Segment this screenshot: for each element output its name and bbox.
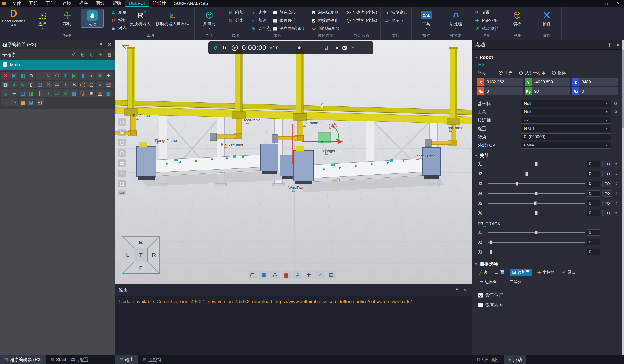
joint-slider-handle[interactable] — [534, 201, 537, 205]
right-panel-scrollbar[interactable] — [622, 40, 624, 355]
measure-button[interactable]: ∠测量 — [111, 9, 127, 16]
editor-tool-icon[interactable]: ✚ — [104, 72, 113, 80]
joint-slider-handle[interactable] — [535, 192, 538, 195]
window-button[interactable]: □ — [600, 0, 612, 7]
add-document-icon[interactable] — [89, 51, 95, 58]
close-icon[interactable] — [106, 41, 113, 48]
settings-button[interactable]: 设置 — [474, 9, 499, 16]
move-world-frame-button[interactable]: 移动机器人世界框 — [154, 9, 191, 27]
menu-item[interactable]: 连通性 — [149, 0, 170, 7]
joint-value[interactable]: 0 — [587, 181, 600, 187]
joint-slider[interactable] — [488, 181, 585, 186]
plugins-button[interactable]: 插件 — [535, 9, 558, 27]
viewport-tool-icon[interactable]: ▢ — [248, 271, 257, 279]
section-robot[interactable]: ▼Robot — [472, 54, 622, 61]
snap-mode-button[interactable]: ▱面 — [493, 269, 506, 276]
attach-button[interactable]: ⊕附加 — [228, 9, 244, 16]
joint-slider-handle[interactable] — [535, 211, 538, 215]
snap-button[interactable]: ∪捕捉 — [111, 17, 127, 24]
editor-tool-icon[interactable]: ⊕ — [27, 72, 35, 80]
editor-tool-icon[interactable]: ✖ — [1, 72, 10, 80]
snap-mode-button[interactable]: ✚坐标框 — [535, 269, 556, 276]
frame-label[interactable]: FlangeFrame — [323, 149, 345, 153]
viewport-tool-icon[interactable]: ⁂ — [270, 271, 280, 279]
mid-positioner[interactable] — [280, 155, 294, 179]
view-cube-face-back[interactable]: B — [139, 239, 143, 246]
joint-spinner[interactable]: ▲▼ — [614, 162, 618, 166]
coord-mode-radio[interactable]: 物体 — [552, 70, 566, 76]
editor-tool-icon[interactable]: ↪ — [10, 90, 18, 97]
template-button[interactable]: 模板 — [506, 9, 528, 27]
joint-value[interactable]: 0 — [587, 171, 600, 177]
joint-to-button[interactable]: TO — [602, 171, 612, 177]
editor-tool-icon[interactable]: ▮ — [79, 72, 87, 80]
property-dropdown[interactable]: Null ▼ — [521, 100, 611, 107]
editor-tool-icon[interactable]: ≡ — [87, 90, 95, 97]
editor-tool-icon[interactable]: ▤ — [104, 81, 113, 89]
viewport-tool-icon[interactable]: ◰ — [118, 118, 126, 126]
frame-label[interactable]: FlangeFrame — [221, 142, 243, 146]
pin-icon[interactable] — [98, 41, 104, 48]
tool-calibration-button[interactable]: CAL 工具▾ — [415, 9, 438, 30]
chevron-down-icon[interactable] — [351, 46, 355, 50]
menu-item[interactable]: 文件 — [8, 0, 25, 7]
menu-item[interactable]: 程序 — [75, 0, 92, 7]
speed-slider-handle[interactable] — [298, 46, 301, 49]
limit-checkbox[interactable]: 颜色高亮 — [273, 9, 304, 16]
editor-tool-icon[interactable]: ◫ — [36, 81, 44, 89]
editor-tool-icon[interactable]: ◨ — [27, 90, 35, 97]
joint-slider[interactable] — [488, 230, 585, 235]
joint-slider[interactable] — [488, 250, 585, 254]
editor-tool-icon[interactable]: ▅ — [19, 98, 27, 106]
editor-tool-icon[interactable]: ▩ — [70, 90, 78, 97]
frame-label[interactable]: ToolFrame — [301, 121, 318, 125]
scrollbar-thumb[interactable] — [622, 50, 624, 128]
joint-spinner[interactable]: ▲▼ — [614, 191, 618, 196]
editor-tool-icon[interactable]: ⇊ — [44, 72, 52, 80]
joint-slider[interactable] — [488, 171, 585, 176]
move-path-button[interactable]: ↗移动路径 — [474, 25, 499, 32]
pin-icon[interactable] — [606, 42, 613, 48]
menu-item[interactable]: 工艺 — [42, 0, 58, 7]
editor-tool-icon[interactable]: ▥ — [96, 90, 104, 97]
snap-setting-checkbox[interactable]: 设置位置 — [472, 290, 622, 300]
tree-item-main[interactable]: Main — [0, 60, 115, 70]
editor-tool-icon[interactable]: ▯ — [27, 81, 35, 89]
joint-slider[interactable] — [488, 191, 585, 196]
limit-option[interactable]: ◐加速 — [251, 17, 271, 24]
pose-value[interactable]: -4020.859 — [532, 78, 570, 86]
frame-label[interactable]: FlangeFrame — [414, 154, 435, 158]
property-dropdown[interactable]: N U T ▼ — [521, 125, 611, 132]
viewport-tool-icon[interactable]: ◳ — [118, 180, 126, 187]
scene-canvas[interactable] — [115, 40, 472, 284]
frame-label[interactable]: FlangeFrame — [155, 138, 177, 143]
editor-tool-icon[interactable]: ◫ — [19, 90, 27, 97]
editor-tool-icon[interactable]: ⁂ — [53, 81, 61, 89]
editor-tool-icon[interactable]: ⊞ — [62, 72, 70, 80]
speed-indicator[interactable]: x 1.0 — [270, 45, 278, 50]
speed-slider[interactable] — [282, 46, 316, 50]
editor-tool-icon[interactable]: Ⓢ — [79, 90, 87, 97]
limit-option[interactable]: ✳奇异点 — [251, 25, 271, 32]
select-button[interactable]: 选择▾ — [31, 9, 53, 30]
joint-value[interactable]: 0 — [587, 210, 600, 216]
editor-tool-icon[interactable]: ◰ — [36, 98, 44, 106]
editor-tool-icon[interactable]: ∥ — [36, 90, 44, 97]
window-button[interactable]: ✕ — [612, 0, 624, 7]
viewport-tool-icon[interactable]: ◇ — [118, 170, 126, 177]
editor-tool-icon[interactable]: ↓ — [36, 72, 44, 80]
editor-tool-icon[interactable]: ▢ — [87, 81, 95, 89]
bottom-tab[interactable]: ▦监控窗口 — [138, 355, 170, 364]
viewport-tool-icon[interactable]: ✚ — [304, 271, 313, 279]
editor-tool-icon[interactable]: ▦ — [1, 81, 10, 89]
record-video-icon[interactable] — [332, 45, 338, 51]
bottom-tab[interactable]: ◆点动 — [504, 355, 526, 364]
editor-tool-icon[interactable]: ↻ — [62, 90, 70, 97]
editor-tool-icon[interactable]: C — [53, 72, 61, 80]
menu-item[interactable]: 开始 — [25, 0, 42, 7]
jog-button[interactable]: 点动 — [81, 9, 104, 28]
joint-spinner[interactable]: ▲▼ — [614, 172, 618, 176]
property-dropdown[interactable]: Null ▼ — [521, 109, 611, 115]
pose-value[interactable]: 90 — [532, 88, 570, 95]
snap-setting-checkbox[interactable]: 设置方向 — [472, 300, 622, 310]
